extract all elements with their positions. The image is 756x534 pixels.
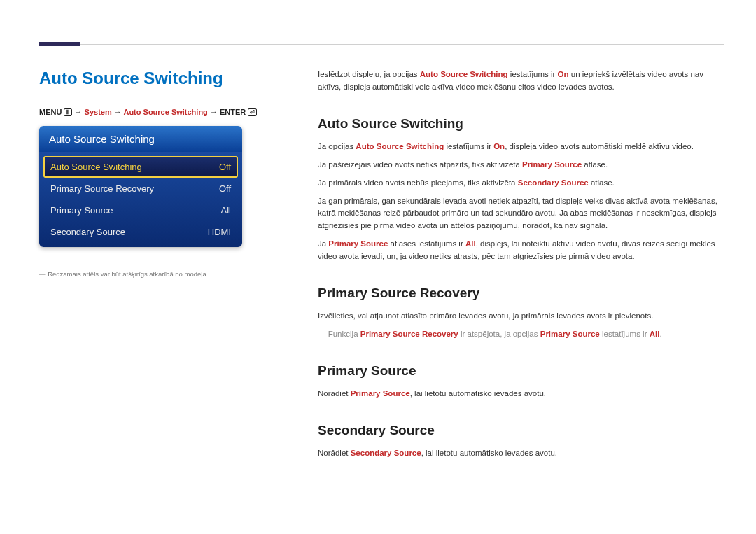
page-title: Auto Source Switching (39, 69, 223, 88)
heading-primary-source-recovery: Primary Source Recovery (318, 283, 721, 303)
paragraph: Ja primārais video avots nebūs pieejams,… (318, 177, 721, 190)
heading-auto-source-switching: Auto Source Switching (318, 113, 721, 134)
text: Ja opcijas (318, 142, 356, 150)
text: , lai lietotu automātisko ievades avotu. (410, 389, 546, 398)
heading-primary-source: Primary Source (318, 360, 721, 381)
heading-secondary-source: Secondary Source (318, 420, 721, 440)
paragraph: Izvēlieties, vai atjaunot atlasīto primā… (318, 310, 721, 323)
text: , displeja video avots automātiski meklē… (505, 142, 694, 150)
text: Ja (318, 239, 328, 248)
text-highlight: Secondary Source (518, 178, 589, 187)
model-note: Redzamais attēls var būt atšķirīgs atkar… (39, 270, 249, 278)
header-rule (39, 44, 724, 45)
breadcrumb-arrow: → (114, 108, 122, 116)
text: atlases iestatījums ir (388, 239, 465, 248)
menu-row-primary-source[interactable]: Primary Source All (43, 199, 238, 221)
text: iestatījums ir (444, 142, 493, 150)
text-highlight: Primary Source (351, 389, 410, 398)
text: iestatījums ir (508, 70, 558, 78)
text: iestatījums ir (600, 330, 650, 338)
text-highlight: On (558, 70, 569, 78)
content-column: Ieslēdzot displeju, ja opcijas Auto Sour… (318, 69, 721, 465)
text: Norādiet (318, 449, 351, 457)
text-highlight: Primary Source (522, 160, 582, 169)
breadcrumb-arrow: → (210, 108, 218, 116)
menu-row-label: Secondary Source (50, 227, 125, 237)
text: Ieslēdzot displeju, ja opcijas (318, 70, 420, 78)
text-highlight: All (465, 239, 476, 248)
menu-icon: Ⅲ (64, 108, 72, 116)
text-highlight: Primary Source (328, 239, 388, 248)
divider (39, 258, 242, 258)
text-highlight: Primary Source (540, 330, 600, 338)
breadcrumb: MENU Ⅲ → System → Auto Source Switching … (39, 108, 257, 116)
text-highlight: Secondary Source (351, 449, 421, 457)
text: Ja primārais video avots nebūs pieejams,… (318, 178, 518, 187)
menu-row-value: Off (219, 162, 231, 172)
text: , lai lietotu automātisko ievades avotu. (421, 449, 557, 457)
text: Norādiet (318, 389, 351, 398)
text-highlight: Auto Source Switching (356, 142, 444, 150)
menu-row-label: Primary Source Recovery (50, 183, 154, 194)
menu-row-label: Auto Source Switching (50, 162, 142, 172)
breadcrumb-enter: ENTER (220, 108, 246, 116)
intro-paragraph: Ieslēdzot displeju, ja opcijas Auto Sour… (318, 69, 721, 94)
menu-panel-header: Auto Source Switching (39, 126, 242, 152)
text: Ja pašreizējais video avots netiks atpaz… (318, 160, 522, 169)
footnote: Funkcija Primary Source Recovery ir atsp… (318, 328, 721, 341)
text: atlase. (589, 178, 615, 187)
paragraph: Norādiet Primary Source, lai lietotu aut… (318, 388, 721, 400)
text: atlase. (582, 160, 608, 169)
paragraph: Ja opcijas Auto Source Switching iestatī… (318, 141, 721, 153)
text: Funkcija (328, 330, 360, 338)
text-highlight: Auto Source Switching (420, 70, 508, 78)
breadcrumb-arrow: → (75, 108, 83, 116)
menu-row-primary-source-recovery[interactable]: Primary Source Recovery Off (43, 178, 238, 199)
menu-row-auto-source-switching[interactable]: Auto Source Switching Off (43, 156, 238, 178)
paragraph: Ja Primary Source atlases iestatījums ir… (318, 238, 721, 263)
menu-row-value: All (221, 205, 231, 216)
text-highlight: All (650, 330, 660, 338)
breadcrumb-menu: MENU (39, 108, 62, 116)
paragraph: Ja gan primārais, gan sekundārais ievada… (318, 195, 721, 232)
text: . (659, 330, 662, 338)
breadcrumb-system: System (85, 108, 112, 116)
breadcrumb-section: Auto Source Switching (123, 108, 207, 116)
menu-row-label: Primary Source (50, 205, 113, 216)
enter-icon: ⏎ (248, 108, 257, 116)
text-highlight: On (493, 142, 505, 150)
menu-panel: Auto Source Switching Auto Source Switch… (39, 126, 242, 247)
menu-row-secondary-source[interactable]: Secondary Source HDMI (43, 221, 238, 243)
menu-row-value: HDMI (208, 227, 231, 237)
paragraph: Norādiet Secondary Source, lai lietotu a… (318, 447, 721, 460)
menu-row-value: Off (219, 183, 231, 194)
text-highlight: Primary Source Recovery (360, 330, 458, 338)
paragraph: Ja pašreizējais video avots netiks atpaz… (318, 159, 721, 171)
text: ir atspējota, ja opcijas (458, 330, 540, 338)
menu-panel-body: Auto Source Switching Off Primary Source… (39, 152, 242, 247)
